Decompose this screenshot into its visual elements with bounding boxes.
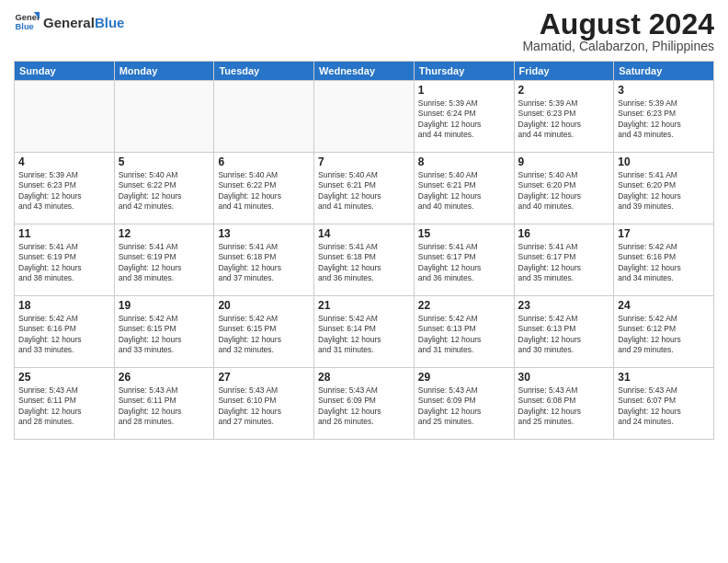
- day-number: 15: [418, 227, 510, 240]
- calendar-cell: 26Sunrise: 5:43 AM Sunset: 6:11 PM Dayli…: [114, 368, 214, 440]
- calendar-cell: 21Sunrise: 5:42 AM Sunset: 6:14 PM Dayli…: [314, 296, 415, 368]
- logo-icon: General Blue: [14, 9, 40, 35]
- day-number: 4: [18, 155, 110, 168]
- calendar-week-4: 18Sunrise: 5:42 AM Sunset: 6:16 PM Dayli…: [15, 296, 714, 368]
- day-number: 6: [218, 155, 310, 168]
- day-number: 14: [318, 227, 410, 240]
- calendar-cell: 16Sunrise: 5:41 AM Sunset: 6:17 PM Dayli…: [514, 224, 614, 296]
- day-number: 27: [218, 371, 310, 384]
- calendar-cell: 28Sunrise: 5:43 AM Sunset: 6:09 PM Dayli…: [314, 368, 415, 440]
- day-info: Sunrise: 5:40 AM Sunset: 6:21 PM Dayligh…: [318, 170, 410, 213]
- day-number: 11: [18, 227, 110, 240]
- day-info: Sunrise: 5:41 AM Sunset: 6:19 PM Dayligh…: [18, 242, 110, 284]
- day-header-tuesday: Tuesday: [214, 62, 314, 81]
- calendar-cell: 3Sunrise: 5:39 AM Sunset: 6:23 PM Daylig…: [614, 81, 714, 153]
- day-info: Sunrise: 5:42 AM Sunset: 6:15 PM Dayligh…: [218, 314, 310, 356]
- day-header-wednesday: Wednesday: [314, 62, 415, 81]
- day-header-sunday: Sunday: [15, 62, 115, 81]
- day-info: Sunrise: 5:43 AM Sunset: 6:09 PM Dayligh…: [418, 385, 510, 428]
- day-info: Sunrise: 5:42 AM Sunset: 6:16 PM Dayligh…: [18, 314, 110, 356]
- calendar-cell: 31Sunrise: 5:43 AM Sunset: 6:07 PM Dayli…: [614, 368, 714, 440]
- day-number: 23: [518, 299, 610, 312]
- logo-blue-text: Blue: [95, 15, 125, 30]
- day-number: 1: [418, 84, 510, 97]
- day-info: Sunrise: 5:42 AM Sunset: 6:13 PM Dayligh…: [518, 314, 610, 356]
- calendar-cell: [114, 81, 214, 153]
- calendar-cell: 7Sunrise: 5:40 AM Sunset: 6:21 PM Daylig…: [314, 153, 415, 224]
- day-info: Sunrise: 5:41 AM Sunset: 6:17 PM Dayligh…: [518, 242, 610, 284]
- logo-general-text: General: [43, 15, 95, 30]
- day-number: 24: [618, 299, 710, 312]
- day-info: Sunrise: 5:42 AM Sunset: 6:16 PM Dayligh…: [618, 242, 710, 284]
- location: Mamatid, Calabarzon, Philippines: [522, 39, 714, 53]
- day-info: Sunrise: 5:43 AM Sunset: 6:10 PM Dayligh…: [218, 385, 310, 428]
- day-number: 21: [318, 299, 410, 312]
- day-info: Sunrise: 5:40 AM Sunset: 6:22 PM Dayligh…: [119, 170, 210, 213]
- day-number: 8: [418, 155, 510, 168]
- day-info: Sunrise: 5:41 AM Sunset: 6:20 PM Dayligh…: [618, 170, 710, 213]
- day-info: Sunrise: 5:39 AM Sunset: 6:23 PM Dayligh…: [518, 98, 610, 141]
- day-info: Sunrise: 5:43 AM Sunset: 6:11 PM Dayligh…: [119, 385, 210, 428]
- day-header-saturday: Saturday: [614, 62, 714, 81]
- calendar-cell: 22Sunrise: 5:42 AM Sunset: 6:13 PM Dayli…: [414, 296, 514, 368]
- day-info: Sunrise: 5:39 AM Sunset: 6:23 PM Dayligh…: [618, 98, 710, 141]
- day-number: 16: [518, 227, 610, 240]
- day-number: 10: [618, 155, 710, 168]
- day-number: 5: [119, 155, 210, 168]
- day-info: Sunrise: 5:43 AM Sunset: 6:11 PM Dayligh…: [18, 385, 110, 428]
- day-number: 22: [418, 299, 510, 312]
- logo: General Blue General Blue: [14, 9, 124, 35]
- day-info: Sunrise: 5:42 AM Sunset: 6:14 PM Dayligh…: [318, 314, 410, 356]
- day-number: 19: [119, 299, 210, 312]
- calendar-cell: 9Sunrise: 5:40 AM Sunset: 6:20 PM Daylig…: [514, 153, 614, 224]
- month-title: August 2024: [522, 9, 714, 39]
- calendar-table: SundayMondayTuesdayWednesdayThursdayFrid…: [14, 61, 714, 440]
- calendar-cell: 12Sunrise: 5:41 AM Sunset: 6:19 PM Dayli…: [114, 224, 214, 296]
- calendar-cell: 11Sunrise: 5:41 AM Sunset: 6:19 PM Dayli…: [15, 224, 115, 296]
- day-info: Sunrise: 5:39 AM Sunset: 6:24 PM Dayligh…: [418, 98, 510, 141]
- calendar-cell: 8Sunrise: 5:40 AM Sunset: 6:21 PM Daylig…: [414, 153, 514, 224]
- svg-text:General: General: [16, 13, 40, 22]
- day-info: Sunrise: 5:41 AM Sunset: 6:19 PM Dayligh…: [119, 242, 210, 284]
- day-number: 17: [618, 227, 710, 240]
- calendar-cell: 19Sunrise: 5:42 AM Sunset: 6:15 PM Dayli…: [114, 296, 214, 368]
- calendar-cell: 23Sunrise: 5:42 AM Sunset: 6:13 PM Dayli…: [514, 296, 614, 368]
- svg-text:Blue: Blue: [16, 22, 34, 31]
- calendar-cell: 27Sunrise: 5:43 AM Sunset: 6:10 PM Dayli…: [214, 368, 314, 440]
- calendar-cell: 6Sunrise: 5:40 AM Sunset: 6:22 PM Daylig…: [214, 153, 314, 224]
- day-number: 28: [318, 371, 410, 384]
- day-number: 9: [518, 155, 610, 168]
- calendar-week-3: 11Sunrise: 5:41 AM Sunset: 6:19 PM Dayli…: [15, 224, 714, 296]
- calendar-cell: 2Sunrise: 5:39 AM Sunset: 6:23 PM Daylig…: [514, 81, 614, 153]
- day-info: Sunrise: 5:41 AM Sunset: 6:18 PM Dayligh…: [218, 242, 310, 284]
- calendar-cell: 1Sunrise: 5:39 AM Sunset: 6:24 PM Daylig…: [414, 81, 514, 153]
- day-number: 25: [18, 371, 110, 384]
- calendar-cell: 20Sunrise: 5:42 AM Sunset: 6:15 PM Dayli…: [214, 296, 314, 368]
- calendar-cell: 5Sunrise: 5:40 AM Sunset: 6:22 PM Daylig…: [114, 153, 214, 224]
- title-section: August 2024 Mamatid, Calabarzon, Philipp…: [522, 9, 714, 53]
- day-info: Sunrise: 5:43 AM Sunset: 6:07 PM Dayligh…: [618, 385, 710, 428]
- page: General Blue General Blue August 2024 Ma…: [0, 0, 728, 563]
- day-number: 31: [618, 371, 710, 384]
- calendar-cell: 10Sunrise: 5:41 AM Sunset: 6:20 PM Dayli…: [614, 153, 714, 224]
- calendar-cell: 4Sunrise: 5:39 AM Sunset: 6:23 PM Daylig…: [15, 153, 115, 224]
- calendar-week-2: 4Sunrise: 5:39 AM Sunset: 6:23 PM Daylig…: [15, 153, 714, 224]
- calendar-week-5: 25Sunrise: 5:43 AM Sunset: 6:11 PM Dayli…: [15, 368, 714, 440]
- day-header-monday: Monday: [114, 62, 214, 81]
- day-number: 2: [518, 84, 610, 97]
- day-info: Sunrise: 5:40 AM Sunset: 6:22 PM Dayligh…: [218, 170, 310, 213]
- day-info: Sunrise: 5:43 AM Sunset: 6:08 PM Dayligh…: [518, 385, 610, 428]
- day-number: 29: [418, 371, 510, 384]
- day-info: Sunrise: 5:42 AM Sunset: 6:12 PM Dayligh…: [618, 314, 710, 356]
- calendar-cell: 18Sunrise: 5:42 AM Sunset: 6:16 PM Dayli…: [15, 296, 115, 368]
- day-number: 20: [218, 299, 310, 312]
- day-number: 18: [18, 299, 110, 312]
- calendar-cell: [314, 81, 415, 153]
- day-info: Sunrise: 5:42 AM Sunset: 6:15 PM Dayligh…: [119, 314, 210, 356]
- calendar-cell: [15, 81, 115, 153]
- day-number: 30: [518, 371, 610, 384]
- calendar-cell: [214, 81, 314, 153]
- day-info: Sunrise: 5:39 AM Sunset: 6:23 PM Dayligh…: [18, 170, 110, 213]
- day-header-friday: Friday: [514, 62, 614, 81]
- day-info: Sunrise: 5:40 AM Sunset: 6:21 PM Dayligh…: [418, 170, 510, 213]
